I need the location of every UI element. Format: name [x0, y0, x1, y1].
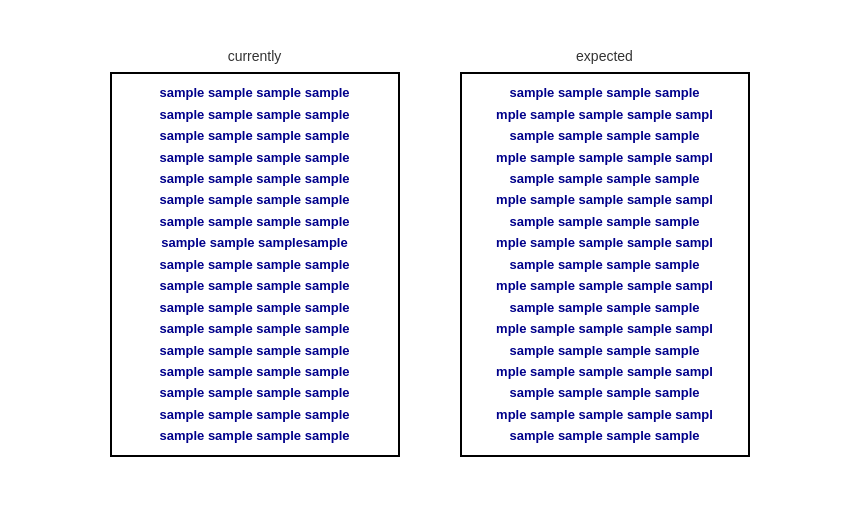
- left-line-14: sample sample sample sample: [122, 361, 388, 382]
- right-line-13: sample sample sample sample: [472, 340, 738, 361]
- left-line-6: sample sample sample sample: [122, 189, 388, 210]
- right-panel: expected sample sample sample sample mpl…: [460, 48, 750, 456]
- right-line-5: sample sample sample sample: [472, 168, 738, 189]
- right-line-15: sample sample sample sample: [472, 382, 738, 403]
- left-line-12: sample sample sample sample: [122, 318, 388, 339]
- right-line-11: sample sample sample sample: [472, 297, 738, 318]
- right-line-2: mple sample sample sample sampl: [472, 104, 738, 125]
- right-line-16: mple sample sample sample sampl: [472, 404, 738, 425]
- left-text-box: sample sample sample sample sample sampl…: [110, 72, 400, 456]
- left-panel: currently sample sample sample sample sa…: [110, 48, 400, 456]
- left-line-15: sample sample sample sample: [122, 382, 388, 403]
- left-line-8: sample sample samplesample: [122, 232, 388, 253]
- left-line-9: sample sample sample sample: [122, 254, 388, 275]
- right-line-14: mple sample sample sample sampl: [472, 361, 738, 382]
- left-line-5: sample sample sample sample: [122, 168, 388, 189]
- left-line-7: sample sample sample sample: [122, 211, 388, 232]
- main-container: currently sample sample sample sample sa…: [90, 28, 770, 476]
- left-line-17: sample sample sample sample: [122, 425, 388, 446]
- right-line-8: mple sample sample sample sampl: [472, 232, 738, 253]
- left-panel-title: currently: [228, 48, 282, 64]
- left-line-4: sample sample sample sample: [122, 147, 388, 168]
- right-line-3: sample sample sample sample: [472, 125, 738, 146]
- right-line-6: mple sample sample sample sampl: [472, 189, 738, 210]
- right-line-10: mple sample sample sample sampl: [472, 275, 738, 296]
- right-line-17: sample sample sample sample: [472, 425, 738, 446]
- left-line-1: sample sample sample sample: [122, 82, 388, 103]
- left-line-2: sample sample sample sample: [122, 104, 388, 125]
- right-line-9: sample sample sample sample: [472, 254, 738, 275]
- right-text-box: sample sample sample sample mple sample …: [460, 72, 750, 456]
- right-line-7: sample sample sample sample: [472, 211, 738, 232]
- left-line-13: sample sample sample sample: [122, 340, 388, 361]
- right-line-4: mple sample sample sample sampl: [472, 147, 738, 168]
- left-line-16: sample sample sample sample: [122, 404, 388, 425]
- left-line-11: sample sample sample sample: [122, 297, 388, 318]
- left-line-10: sample sample sample sample: [122, 275, 388, 296]
- right-panel-title: expected: [576, 48, 633, 64]
- right-line-12: mple sample sample sample sampl: [472, 318, 738, 339]
- right-line-1: sample sample sample sample: [472, 82, 738, 103]
- left-line-3: sample sample sample sample: [122, 125, 388, 146]
